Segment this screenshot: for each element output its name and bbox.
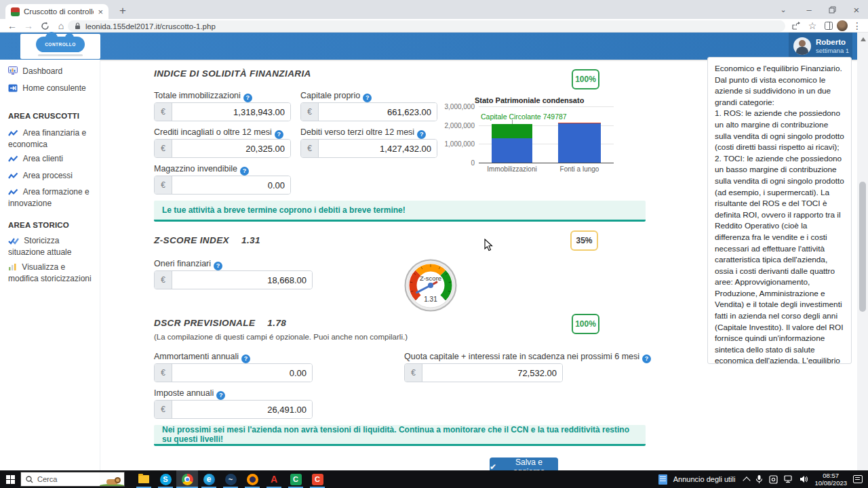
taskbar-app-wave[interactable]: ~ [220,470,241,488]
line-chart-icon [8,129,18,140]
help-icon[interactable]: ? [216,391,225,400]
dashboard-icon [8,66,18,78]
field-label-oneri-finanziari: Oneri finanziari? [154,259,222,270]
magazzino-input[interactable] [172,176,290,194]
euro-prefix: € [155,364,172,382]
help-icon[interactable]: ? [363,94,372,102]
sidebar-item-area-clienti[interactable]: Area clienti [8,154,95,165]
line-chart-icon [8,155,18,165]
sidebar-item-label: Area clienti [23,154,63,163]
help-icon[interactable]: ? [642,354,651,363]
side-panel-icon[interactable] [822,20,835,32]
share-icon[interactable] [789,20,803,32]
crediti-incagliati-input[interactable] [172,140,290,157]
edge-icon: e [203,474,215,485]
taskbar-app-c-red[interactable]: C [307,470,328,488]
notification-center-icon[interactable] [853,475,863,483]
sidebar-item-visualizza[interactable]: Visualizza e modifica storicizzazioni [8,262,95,284]
browser-tab[interactable]: Cruscotto di controllo × [5,4,108,19]
address-bar[interactable]: leonida.155del2017.it/cruscotto-1.php [68,20,785,32]
x-tick: Immobilizzazioni [478,165,546,173]
menu-kebab-icon[interactable]: ⋮ [850,20,864,32]
forward-icon[interactable]: → [22,20,35,32]
network-icon[interactable] [784,475,793,483]
mouse-cursor [484,239,494,252]
input-imposte: € [154,400,313,419]
back-icon[interactable]: ← [5,20,19,32]
app-logo[interactable]: CONTROLLO [20,34,100,59]
tray-news-text[interactable]: Annuncio degli utili [673,475,736,483]
browser-profile-avatar[interactable] [837,20,848,31]
bookmark-star-icon[interactable]: ☆ [806,20,819,32]
quota-capitale-input[interactable] [422,364,562,382]
tray-chevron-up-icon[interactable] [743,476,751,484]
sidebar-item-area-formazione[interactable]: Area formazione e innovazione [8,187,95,209]
lock-icon [75,22,81,30]
chart-edit-icon [8,263,17,274]
logo-subtext [38,54,83,56]
user-menu[interactable]: Roberto settimana 1 [789,33,852,60]
scrollbar-up-arrow[interactable] [861,37,866,41]
sidebar-item-home-consulente[interactable]: Home consulente [8,83,95,95]
window-minimize-button[interactable]: – [797,0,821,19]
new-tab-button[interactable]: + [115,3,130,18]
gauge-value: 1.31 [424,296,437,303]
tab-search-chevron-icon[interactable]: ⌄ [772,0,795,19]
lion-image[interactable] [100,472,124,487]
help-icon[interactable]: ? [240,167,249,176]
home-toolbar-icon[interactable]: ⌂ [54,20,68,32]
sidebar-item-dashboard[interactable]: Dashboard [8,66,95,78]
field-label-imposte: Imposte annuali? [154,388,225,400]
euro-prefix: € [155,103,172,121]
taskbar-app-edge[interactable]: e [198,470,220,488]
logo-text: CONTROLLO [45,42,76,47]
field-label-capitale-proprio: Capitale proprio? [300,91,372,102]
help-icon[interactable]: ? [417,130,426,139]
acrobat-icon: A [271,474,277,485]
taskbar-app-acrobat[interactable]: A [263,470,285,488]
taskbar-app-skype[interactable]: S [155,470,176,488]
window-close-button[interactable]: × [845,0,868,19]
ammortamenti-input[interactable] [172,364,312,382]
taskbar: Cerca S e ~ A C C Annuncio degli utili 0… [0,470,868,488]
mic-icon[interactable] [755,474,763,484]
tab-close-icon[interactable]: × [98,7,103,17]
speaker-icon[interactable] [800,475,808,483]
help-icon[interactable]: ? [243,94,252,102]
oneri-finanziari-input[interactable] [172,271,312,289]
zscore-value: 1.31 [241,235,260,245]
capitale-proprio-input[interactable] [319,103,437,121]
euro-prefix: € [155,140,172,157]
sidebar-item-storicizza[interactable]: Storicizza situazione attuale [8,236,95,258]
field-label-ammortamenti: Ammortamenti annuali? [154,352,250,363]
help-icon[interactable]: ? [275,130,283,139]
dscr-value: 1.78 [267,318,286,328]
taskbar-app-chrome[interactable] [176,470,198,488]
field-label-totale-immobilizzazioni: Totale immobilizzazioni? [154,91,252,102]
euro-prefix: € [155,401,172,418]
taskbar-clock[interactable]: 08:57 10/08/2023 [814,472,847,487]
news-document-icon[interactable] [658,474,667,485]
taskbar-app-explorer[interactable] [133,470,155,488]
sidebar-item-label: Visualizza e modifica storicizzazioni [8,262,92,283]
taskbar-app-camtasia[interactable]: C [285,470,307,488]
input-magazzino: € [154,176,291,195]
sidebar-item-area-finanziaria[interactable]: Area finanziaria e economica [8,128,95,150]
scrollbar-thumb[interactable] [859,182,866,312]
imposte-input[interactable] [172,401,312,418]
site-favicon [11,7,20,16]
start-button[interactable] [0,470,20,488]
window-maximize-button[interactable] [821,0,844,19]
x-tick: Fonti a lungo [545,165,614,173]
reload-icon[interactable] [38,20,52,32]
sidebar-item-area-processi[interactable]: Area processi [8,171,95,182]
device-icon[interactable] [769,475,778,484]
help-icon[interactable]: ? [241,354,250,363]
taskbar-search[interactable]: Cerca [20,472,125,487]
debiti-verso-terzi-input[interactable] [319,140,437,157]
dscr-note: (La compilazione di questi campi é opzio… [154,333,408,341]
taskbar-app-firefox[interactable] [241,470,263,488]
camtasia-icon: C [290,474,302,485]
totale-immobilizzazioni-input[interactable] [172,103,290,121]
help-icon[interactable]: ? [214,262,222,270]
